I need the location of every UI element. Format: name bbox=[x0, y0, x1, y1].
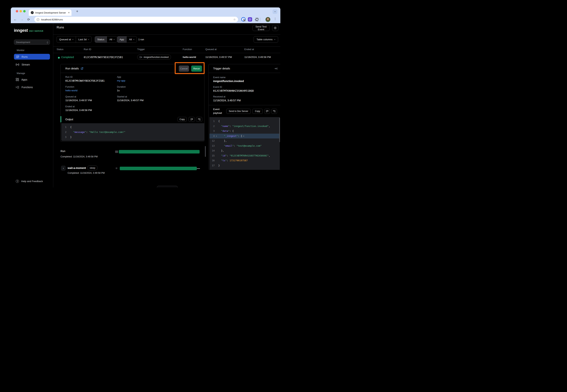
external-link-icon[interactable] bbox=[81, 67, 83, 70]
send-to-dev-server-button[interactable]: Send to Dev Server bbox=[226, 109, 251, 114]
site-info-icon[interactable]: i bbox=[37, 18, 39, 21]
run-details-card: Run details Cancel Rerun Run ID01JCVBTMV… bbox=[60, 64, 204, 142]
code-line: 13 "email": "test@example.com" bbox=[209, 143, 280, 149]
status-filter-value[interactable]: All bbox=[107, 36, 117, 42]
send-test-event-button[interactable]: Send Test Event bbox=[253, 25, 269, 31]
chevron-down-icon bbox=[113, 38, 115, 40]
tab-close-icon[interactable]: × bbox=[68, 11, 70, 14]
app-link[interactable]: my-app bbox=[117, 79, 199, 82]
field-event-name: Event nameinngest/function.invoked bbox=[213, 76, 254, 83]
code-line: 17} bbox=[209, 163, 280, 168]
app-filter: App All bbox=[117, 36, 137, 43]
app-filter-label: App bbox=[117, 36, 127, 42]
sidebar-item-runs[interactable]: Runs bbox=[14, 54, 50, 60]
code-line: 3} bbox=[61, 135, 204, 140]
app-filter-value[interactable]: All bbox=[127, 36, 137, 42]
field-duration: Duration1s bbox=[117, 85, 199, 95]
rerun-button[interactable]: Rerun bbox=[191, 66, 202, 72]
fold-chevron-icon[interactable]: › bbox=[216, 134, 217, 139]
stream-icon bbox=[16, 63, 19, 66]
function-link[interactable]: hello-world bbox=[65, 89, 117, 92]
profile-avatar[interactable] bbox=[266, 17, 270, 22]
bookmark-star-icon[interactable]: ☆ bbox=[233, 18, 236, 21]
payload-copy-button[interactable]: Copy bbox=[252, 109, 263, 114]
help-and-feedback[interactable]: ? Help and Feedback bbox=[16, 180, 43, 183]
output-scroll-bottom-button[interactable] bbox=[196, 117, 202, 122]
new-tab-button[interactable]: + bbox=[76, 9, 78, 14]
field-queued-at: Queued at11/16/2024, 3:49:57 PM bbox=[65, 95, 117, 105]
fold-ellipsis[interactable]: ⋯ bbox=[243, 135, 244, 137]
run-status: Completed bbox=[61, 56, 74, 59]
gear-icon bbox=[274, 26, 277, 29]
url-bar[interactable]: i localhost:8288/runs ☆ bbox=[34, 17, 238, 22]
cutoff-button[interactable] bbox=[157, 186, 178, 187]
sidebar-item-stream[interactable]: Stream bbox=[14, 62, 50, 67]
browser-tab[interactable]: Inngest Development Server × bbox=[29, 10, 71, 16]
trigger-badge[interactable]: inngest/function.invoked bbox=[137, 55, 171, 60]
function-cell: hello-world bbox=[183, 56, 196, 58]
run-completed-text: Completed: 11/16/2024, 3:49:58 PM bbox=[60, 155, 98, 158]
queued-at-cell: 11/16/2024, 3:49:57 PM bbox=[205, 56, 232, 58]
environment-select[interactable]: Development bbox=[14, 40, 50, 45]
step-expand-button[interactable]: › bbox=[61, 166, 66, 170]
forward-icon[interactable]: → bbox=[19, 18, 25, 21]
run-start-marker bbox=[115, 151, 118, 153]
chevron-down-icon bbox=[72, 38, 73, 40]
inngest-logo: inngest bbox=[14, 28, 28, 33]
col-ended-at[interactable]: Ended at bbox=[244, 48, 254, 51]
extensions-puzzle-icon[interactable] bbox=[255, 17, 259, 22]
field-ended-at: Ended at11/16/2024, 3:49:58 PM bbox=[65, 105, 117, 115]
code-line: 16 "ts": 1731790197587 bbox=[209, 158, 280, 163]
output-wrap-button[interactable] bbox=[189, 117, 195, 122]
chevron-down-icon bbox=[88, 38, 89, 40]
payload-scrollbar[interactable] bbox=[279, 118, 280, 142]
browser-menu-icon[interactable]: ⋮ bbox=[274, 17, 277, 21]
field-function: Functionhello-world bbox=[65, 85, 117, 95]
wrap-text-icon bbox=[190, 118, 193, 120]
code-line: 2 "name": "inngest/function.invoked", bbox=[209, 124, 280, 129]
zoom-window-button[interactable] bbox=[23, 10, 26, 13]
collapse-panel-icon[interactable] bbox=[274, 67, 277, 70]
step-timeline-bar[interactable] bbox=[120, 167, 197, 170]
help-icon: ? bbox=[16, 180, 19, 183]
payload-wrap-button[interactable] bbox=[264, 109, 270, 114]
section-monitor: Monitor bbox=[17, 49, 25, 52]
back-icon[interactable]: ← bbox=[12, 18, 19, 21]
extension-app-icon[interactable] bbox=[248, 17, 252, 22]
close-window-button[interactable] bbox=[16, 10, 18, 13]
run-timeline-bar[interactable] bbox=[119, 150, 199, 154]
code-line: 2 "message": "Hello test@example.com!" bbox=[61, 129, 204, 135]
tab-search-button[interactable] bbox=[272, 10, 277, 14]
header-divider bbox=[53, 34, 280, 35]
code-line-collapsed[interactable]: 4› "_inngest": {⋯ bbox=[209, 134, 280, 139]
sidebar-item-functions[interactable]: Functions bbox=[14, 84, 50, 90]
password-manager-icon[interactable] bbox=[241, 17, 246, 22]
col-status[interactable]: Status bbox=[57, 48, 63, 51]
payload-scroll-bottom-button[interactable] bbox=[271, 109, 277, 114]
field-started-at: Started at11/16/2024, 3:49:57 PM bbox=[117, 95, 199, 105]
col-run-id[interactable]: Run ID bbox=[84, 48, 91, 51]
run-details-header: Run details Cancel Rerun bbox=[60, 64, 204, 73]
reload-icon[interactable]: ⟳ bbox=[25, 18, 32, 22]
queued-at-filter[interactable]: Queued at bbox=[57, 36, 76, 42]
step-kind-badge: sleep bbox=[87, 165, 98, 170]
settings-gear-button[interactable] bbox=[272, 25, 278, 31]
sidebar-item-apps[interactable]: Apps bbox=[14, 77, 50, 83]
col-trigger[interactable]: Trigger bbox=[137, 48, 145, 51]
col-function[interactable]: Function bbox=[183, 48, 192, 51]
output-title: Output bbox=[65, 118, 73, 121]
url-text[interactable]: localhost:8288/runs bbox=[41, 18, 233, 21]
output-copy-button[interactable]: Copy bbox=[178, 117, 187, 122]
minimize-window-button[interactable] bbox=[19, 10, 22, 13]
event-payload-title: Event payload bbox=[213, 108, 225, 115]
details-scrollbar[interactable] bbox=[205, 146, 206, 157]
table-columns-button[interactable]: Table columns bbox=[254, 36, 278, 43]
runs-icon bbox=[16, 56, 19, 58]
col-queued-at[interactable]: Queued at bbox=[205, 48, 217, 51]
time-range-filter[interactable]: Last 3d bbox=[76, 36, 91, 42]
trigger-details-header: Trigger details bbox=[209, 64, 280, 73]
cancel-button[interactable]: Cancel bbox=[179, 66, 189, 72]
trigger-fields: Event nameinngest/function.invoked Event… bbox=[213, 76, 254, 105]
apps-icon bbox=[16, 78, 19, 81]
timeline-run-label: Run bbox=[60, 150, 65, 153]
